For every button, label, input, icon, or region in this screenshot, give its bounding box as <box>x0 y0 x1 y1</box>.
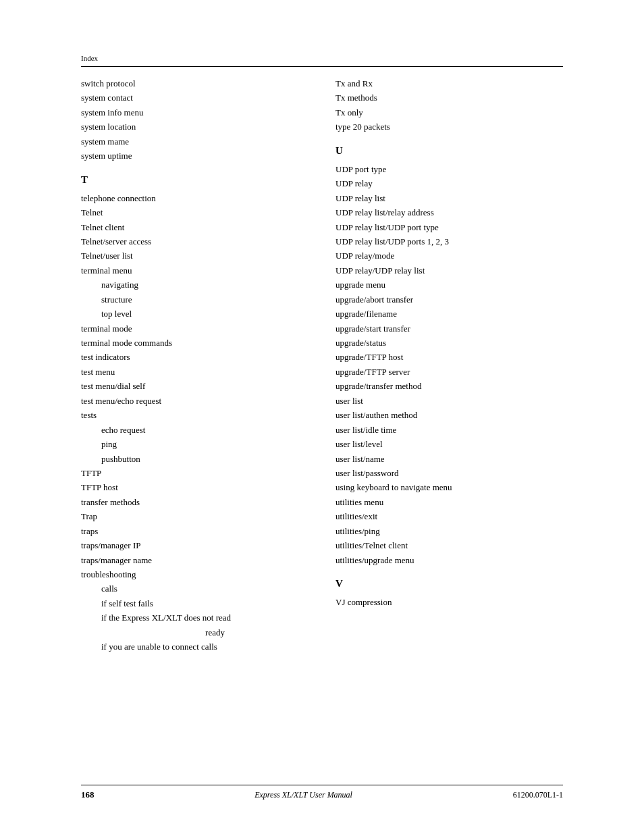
list-item: ready <box>81 625 308 640</box>
list-item: test menu <box>81 365 308 379</box>
list-item: tests <box>81 408 308 422</box>
list-item: UDP relay <box>336 176 563 190</box>
divider <box>81 66 563 67</box>
list-item: user list/password <box>336 466 563 480</box>
right-v-entries: VJ compression <box>336 595 563 609</box>
list-item: ping <box>81 437 308 451</box>
left-pre-t-entries: switch protocolsystem contactsystem info… <box>81 76 308 163</box>
list-item: transfer methods <box>81 495 308 509</box>
list-item: Telnet client <box>81 220 308 234</box>
list-item: using keyboard to navigate menu <box>336 480 563 494</box>
list-item: if you are unable to connect calls <box>81 640 308 654</box>
right-pre-u-entries: Tx and RxTx methodsTx onlytype 20 packet… <box>336 76 563 134</box>
list-item: UDP port type <box>336 162 563 176</box>
list-item: user list/authen method <box>336 408 563 422</box>
list-item: Tx and Rx <box>336 76 563 90</box>
list-item: utilities/upgrade menu <box>336 553 563 567</box>
list-item: Telnet/server access <box>81 234 308 249</box>
list-item: navigating <box>81 278 308 292</box>
list-item: user list <box>336 394 563 408</box>
footer-page-number: 168 <box>81 789 95 800</box>
list-item: TFTP <box>81 466 308 480</box>
list-item: utilities/exit <box>336 509 563 523</box>
list-item: upgrade/TFTP server <box>336 365 563 379</box>
section-u: U <box>336 144 563 158</box>
list-item: upgrade/transfer method <box>336 379 563 393</box>
list-item: user list/name <box>336 452 563 466</box>
list-item: traps/manager name <box>81 553 308 567</box>
list-item: troubleshooting <box>81 567 308 581</box>
list-item: test indicators <box>81 350 308 364</box>
list-item: if self test fails <box>81 596 308 610</box>
list-item: utilities/ping <box>336 524 563 538</box>
list-item: Tx only <box>336 105 563 120</box>
list-item: system uptime <box>81 149 308 163</box>
list-item: UDP relay/UDP relay list <box>336 263 563 278</box>
section-t: T <box>81 173 308 187</box>
right-column: Tx and RxTx methodsTx onlytype 20 packet… <box>336 76 563 654</box>
list-item: upgrade/status <box>336 336 563 350</box>
header-label: Index <box>81 54 563 62</box>
list-item: upgrade/abort transfer <box>336 292 563 307</box>
list-item: system location <box>81 120 308 134</box>
list-item: UDP relay list/UDP port type <box>336 220 563 234</box>
page: Index switch protocolsystem contactsyste… <box>0 0 644 834</box>
list-item: VJ compression <box>336 595 563 609</box>
list-item: type 20 packets <box>336 120 563 134</box>
list-item: utilities/Telnet client <box>336 538 563 552</box>
list-item: calls <box>81 581 308 596</box>
list-item: pushbutton <box>81 452 308 466</box>
list-item: Telnet/user list <box>81 249 308 263</box>
list-item: if the Express XL/XLT does not read <box>81 610 308 625</box>
list-item: terminal mode <box>81 321 308 336</box>
list-item: UDP relay/mode <box>336 249 563 263</box>
list-item: system contact <box>81 90 308 105</box>
list-item: system info menu <box>81 105 308 120</box>
list-item: upgrade/filename <box>336 307 563 321</box>
list-item: user list/level <box>336 437 563 451</box>
list-item: traps <box>81 524 308 538</box>
list-item: utilities menu <box>336 495 563 509</box>
list-item: test menu/echo request <box>81 394 308 408</box>
list-item: Telnet <box>81 205 308 219</box>
list-item: TFTP host <box>81 480 308 494</box>
list-item: structure <box>81 292 308 307</box>
list-item: switch protocol <box>81 76 308 90</box>
list-item: echo request <box>81 423 308 437</box>
list-item: terminal menu <box>81 263 308 278</box>
list-item: top level <box>81 307 308 321</box>
index-content: switch protocolsystem contactsystem info… <box>81 76 563 654</box>
left-column: switch protocolsystem contactsystem info… <box>81 76 308 654</box>
list-item: user list/idle time <box>336 423 563 437</box>
list-item: UDP relay list/relay address <box>336 205 563 219</box>
right-u-entries: UDP port typeUDP relayUDP relay listUDP … <box>336 162 563 567</box>
list-item: traps/manager IP <box>81 538 308 552</box>
list-item: UDP relay list/UDP ports 1, 2, 3 <box>336 234 563 249</box>
list-item: UDP relay list <box>336 191 563 205</box>
left-t-entries: telephone connectionTelnetTelnet clientT… <box>81 191 308 654</box>
list-item: Tx methods <box>336 90 563 105</box>
list-item: upgrade/start transfer <box>336 321 563 336</box>
list-item: upgrade menu <box>336 278 563 292</box>
footer: 168 Express XL/XLT User Manual 61200.070… <box>81 785 563 800</box>
list-item: upgrade/TFTP host <box>336 350 563 364</box>
footer-code: 61200.070L1-1 <box>513 790 563 800</box>
list-item: system mame <box>81 134 308 149</box>
list-item: telephone connection <box>81 191 308 205</box>
section-v: V <box>336 577 563 591</box>
footer-title: Express XL/XLT User Manual <box>254 790 352 800</box>
list-item: Trap <box>81 509 308 523</box>
list-item: test menu/dial self <box>81 379 308 393</box>
list-item: terminal mode commands <box>81 336 308 350</box>
